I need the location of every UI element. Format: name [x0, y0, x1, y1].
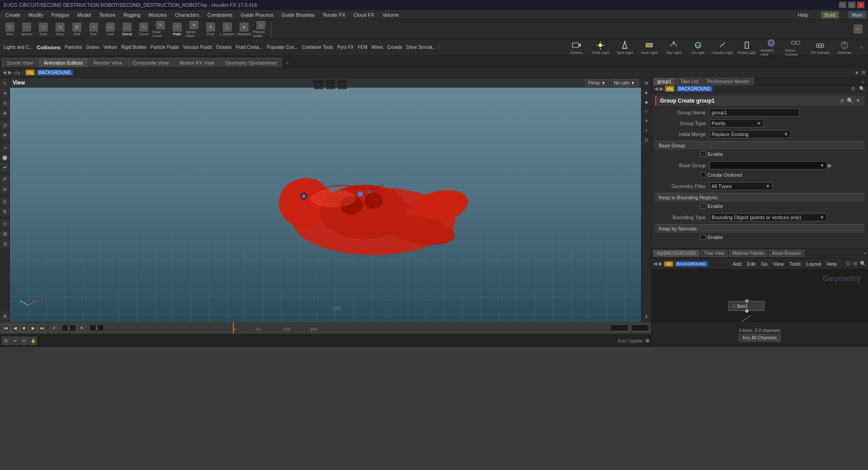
main-button[interactable]: Main — [848, 11, 866, 19]
ne-search[interactable]: 🔍 — [860, 261, 866, 267]
ne-menu-add[interactable]: Add — [731, 261, 744, 267]
shelf-metaball[interactable]: ● Metaball — [236, 21, 252, 38]
fluid-container-tab[interactable]: Fluid Conta... — [234, 45, 264, 50]
ne-menu-view[interactable]: View — [771, 261, 786, 267]
base-group-enable-checkbox[interactable]: ✓ — [700, 151, 706, 157]
tab-scene-view[interactable]: Scene View — [2, 58, 38, 67]
vr-info-tool[interactable]: ℹ — [642, 312, 651, 321]
spot-light-tool[interactable]: Spot Light — [613, 39, 637, 56]
shelf-torus[interactable]: ◎ Torus — [52, 21, 68, 38]
zero-button[interactable]: 0 — [20, 337, 28, 345]
vr-camera2-tool[interactable]: ⌖ — [642, 126, 651, 135]
ne-tab-obj-bg[interactable]: obj/BACKGROUND — [653, 250, 699, 257]
pyro-fx-tab[interactable]: Pyro FX — [335, 45, 355, 50]
bounding-type-dropdown[interactable]: Bounding Object (points or vertices only… — [709, 213, 827, 221]
menu-polygon[interactable]: Polygon — [47, 11, 73, 19]
go-end-button[interactable]: ⏭ — [38, 324, 46, 332]
wires-tab[interactable]: Wires — [370, 45, 385, 50]
tab-geometry-spreadsheet[interactable]: Geometry Spreadsheet — [220, 58, 282, 67]
normals-enable-checkbox[interactable] — [700, 235, 706, 240]
ne-list-view[interactable]: ☰ — [846, 261, 850, 267]
panel-search-icon[interactable]: 🔍 — [847, 98, 854, 104]
ne-menu-tools[interactable]: Tools — [788, 261, 803, 267]
tab-motion-fx-view[interactable]: Motion FX View — [175, 58, 219, 67]
cam-orbit-tool[interactable]: ⊙ — [0, 219, 9, 228]
menu-guide-brushes[interactable]: Guide Brushes — [278, 11, 318, 19]
vp-forward-button[interactable]: ▶ — [8, 70, 12, 75]
ne-grid-view[interactable]: ⊞ — [853, 261, 857, 267]
switcher-tool[interactable]: Switcher — [833, 39, 856, 56]
shelf-platonic[interactable]: △ Platonic Solids — [253, 21, 269, 38]
lock-button[interactable]: 🔒 — [29, 337, 37, 345]
menu-terrain-fx[interactable]: Terrain FX — [319, 11, 349, 19]
paint-tool[interactable]: ✒ — [0, 163, 9, 172]
menu-muscles[interactable]: Muscles — [145, 11, 170, 19]
ne-tab-tree-view[interactable]: Tree View — [701, 250, 727, 257]
menu-characters[interactable]: Characters — [171, 11, 203, 19]
initial-merge-dropdown[interactable]: Replace Existing ▼ — [709, 130, 791, 138]
shelf-sphere[interactable]: ○ Sphere — [19, 21, 35, 38]
panel-settings-icon[interactable]: ⚙ — [840, 98, 845, 104]
menu-guide-process[interactable]: Guide Process — [237, 11, 277, 19]
portal-light-tool[interactable]: Portal Light — [735, 39, 759, 56]
right-panel-add-tab[interactable]: + — [860, 79, 866, 85]
group-name-input[interactable] — [709, 108, 800, 117]
viewport-area[interactable]: ↖ ↔ ↻ — [10, 78, 651, 322]
menu-texture[interactable]: Texture — [95, 11, 119, 19]
menu-modify[interactable]: Modify — [25, 11, 47, 19]
scale-tool[interactable]: ⊕ — [0, 108, 9, 118]
vr-bg-tool[interactable]: ⊡ — [642, 136, 651, 145]
vr-display-tool[interactable]: ⊞ — [642, 79, 651, 88]
minimize-button[interactable]: ─ — [839, 2, 846, 8]
origin-tool[interactable]: ⊗ — [0, 311, 9, 320]
shelf-draw-curve[interactable]: ✎ Draw Curve — [152, 21, 169, 38]
brush-tool[interactable]: ⬤ — [0, 153, 9, 162]
stereo-camera-tool[interactable]: Stereo Camera — [784, 39, 807, 56]
rotate-tool[interactable]: ↻ — [0, 99, 9, 108]
close-button[interactable]: ✕ — [857, 2, 864, 8]
rp-back[interactable]: ◀ — [654, 86, 658, 92]
node-tool[interactable]: N — [0, 207, 9, 216]
no-cam-button[interactable]: No cam ▼ — [611, 80, 638, 86]
shelf-null[interactable]: + Null — [85, 21, 102, 38]
tab-render-view[interactable]: Render View — [89, 58, 127, 67]
shelf-spray[interactable]: ✦ Spray Paint — [186, 21, 202, 38]
cam-dolly-tool[interactable]: ⊟ — [0, 239, 9, 248]
shelf-line[interactable]: — Line — [102, 21, 118, 38]
play-back-button[interactable]: ◀ — [11, 324, 19, 332]
stop-button[interactable]: ■ — [20, 324, 28, 332]
drive-sim-tab[interactable]: Drive Simula... — [405, 45, 438, 50]
node-box1-output[interactable] — [745, 309, 749, 313]
menu-help[interactable]: Help — [794, 11, 812, 19]
rigid-bodies-tab[interactable]: Rigid Bodies — [119, 45, 148, 50]
rp-settings[interactable]: ⚙ — [851, 86, 855, 92]
cam-pan-tool[interactable]: ⊞ — [0, 229, 9, 238]
crowds-tab[interactable]: Crowds — [385, 45, 404, 50]
menu-model[interactable]: Model — [74, 11, 94, 19]
rp-forward[interactable]: ▶ — [660, 86, 663, 92]
ambient-light-tool[interactable]: Ambient Light — [760, 39, 783, 56]
geometry-filter-dropdown[interactable]: All Types ▼ — [709, 182, 773, 190]
particle-fluids-tab[interactable]: Particle Fluids — [149, 45, 181, 50]
loop-button[interactable]: ↺ — [50, 324, 58, 332]
panel-collapse-icon[interactable]: ▼ — [855, 98, 861, 104]
shelf-path[interactable]: ⌇ Path — [169, 21, 185, 38]
play-forward-button[interactable]: ▶ — [29, 324, 37, 332]
node-box1-input[interactable] — [745, 299, 749, 303]
ne-menu-help[interactable]: Help — [825, 261, 839, 267]
vr-render-tool[interactable]: ◉ — [642, 98, 651, 107]
shelf-tube[interactable]: ⬡ Tube — [35, 21, 52, 38]
ne-menu-go[interactable]: Go — [759, 261, 769, 267]
group-type-dropdown[interactable]: Points ▼ — [709, 119, 764, 127]
vp-menu-button[interactable]: ▼ — [854, 70, 859, 75]
shelf-circle[interactable]: ○ Circle — [119, 21, 135, 38]
shelf-lsystem[interactable]: L L-System — [219, 21, 236, 38]
vr-camera-tool[interactable]: VR Camera — [808, 39, 832, 56]
realtime-button[interactable]: R — [78, 324, 86, 332]
ne-menu-edit[interactable]: Edit — [745, 261, 757, 267]
add-shelf-item[interactable]: + — [850, 21, 866, 38]
vr-snap-tool[interactable]: ⊹ — [642, 107, 651, 116]
shelf-curve[interactable]: ∿ Curve — [136, 21, 152, 38]
ne-menu-layout[interactable]: Layout — [804, 261, 823, 267]
viscous-fluids-tab[interactable]: Viscous Fluids — [181, 45, 214, 50]
